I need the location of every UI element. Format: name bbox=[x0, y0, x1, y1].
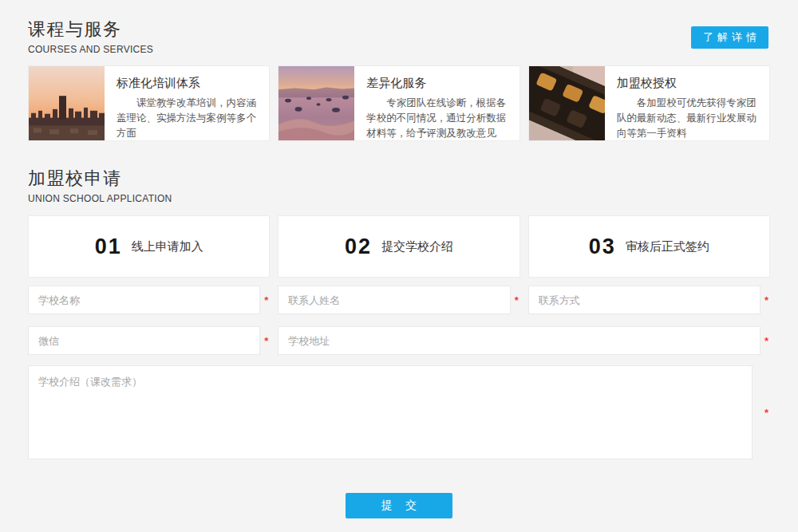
page: 课程与服务 COURSES AND SERVICES 了解详情 bbox=[0, 0, 798, 532]
learn-more-button[interactable]: 了解详情 bbox=[691, 26, 768, 49]
card-standard-training: 标准化培训体系 课堂教学改革培训，内容涵盖理论、实操方法与案例等多个方面 bbox=[28, 65, 270, 141]
wechat-field-wrap: * bbox=[28, 326, 270, 355]
step-number: 01 bbox=[95, 234, 122, 259]
school-address-input[interactable] bbox=[278, 326, 760, 355]
card-text: 专家团队在线诊断，根据各学校的不同情况，通过分析数据材料等，给予评测及教改意见 bbox=[366, 96, 509, 140]
courses-subtitle: COURSES AND SERVICES bbox=[28, 44, 770, 55]
application-subtitle: UNION SCHOOL APPLICATION bbox=[28, 193, 770, 204]
school-name-field-wrap: * bbox=[28, 286, 270, 314]
contact-name-field-wrap: * bbox=[278, 286, 519, 314]
required-asterisk: * bbox=[264, 335, 270, 347]
card-title: 标准化培训体系 bbox=[117, 76, 259, 91]
application-title: 加盟校申请 bbox=[28, 167, 770, 191]
application-form: * * * * * bbox=[28, 286, 770, 518]
step-label: 线上申请加入 bbox=[132, 239, 203, 254]
film-strip-photo bbox=[529, 66, 605, 140]
contact-name-input[interactable] bbox=[278, 286, 510, 314]
application-steps: 01 线上申请加入 02 提交学校介绍 03 审核后正式签约 bbox=[28, 215, 770, 278]
card-title: 差异化服务 bbox=[366, 76, 509, 91]
contact-phone-field-wrap: * bbox=[528, 286, 770, 314]
card-title: 加盟校授权 bbox=[617, 76, 760, 91]
required-asterisk: * bbox=[515, 294, 520, 306]
required-asterisk: * bbox=[764, 407, 770, 419]
card-text: 课堂教学改革培训，内容涵盖理论、实操方法与案例等多个方面 bbox=[117, 96, 259, 140]
step-sign-contract: 03 审核后正式签约 bbox=[528, 215, 770, 278]
courses-section-header: 课程与服务 COURSES AND SERVICES bbox=[28, 0, 770, 55]
required-asterisk: * bbox=[764, 294, 770, 306]
city-skyline-sunset-photo bbox=[29, 66, 105, 140]
step-number: 03 bbox=[589, 234, 616, 259]
courses-title: 课程与服务 bbox=[28, 18, 770, 41]
step-apply-online: 01 线上申请加入 bbox=[28, 215, 270, 278]
service-cards: 标准化培训体系 课堂教学改革培训，内容涵盖理论、实操方法与案例等多个方面 bbox=[28, 65, 770, 141]
application-section-header: 加盟校申请 UNION SCHOOL APPLICATION bbox=[28, 141, 770, 204]
contact-phone-input[interactable] bbox=[528, 286, 760, 314]
school-intro-textarea[interactable] bbox=[28, 365, 753, 459]
card-franchise-authorization: 加盟校授权 各加盟校可优先获得专家团队的最新动态、最新行业发展动向等第一手资料 bbox=[528, 65, 770, 141]
step-label: 审核后正式签约 bbox=[626, 239, 709, 254]
step-submit-intro: 02 提交学校介绍 bbox=[278, 215, 519, 278]
required-asterisk: * bbox=[764, 335, 770, 347]
submit-button[interactable]: 提 交 bbox=[346, 493, 452, 518]
card-text: 各加盟校可优先获得专家团队的最新动态、最新行业发展动向等第一手资料 bbox=[617, 96, 760, 140]
step-number: 02 bbox=[345, 234, 372, 259]
wechat-input[interactable] bbox=[28, 326, 260, 355]
step-label: 提交学校介绍 bbox=[381, 239, 453, 254]
card-differentiated-service: 差异化服务 专家团队在线诊断，根据各学校的不同情况，通过分析数据材料等，给予评测… bbox=[278, 65, 519, 141]
required-asterisk: * bbox=[264, 294, 270, 306]
school-address-field-wrap: * bbox=[278, 326, 770, 355]
desert-dusk-photo bbox=[279, 66, 354, 140]
school-name-input[interactable] bbox=[28, 286, 260, 314]
